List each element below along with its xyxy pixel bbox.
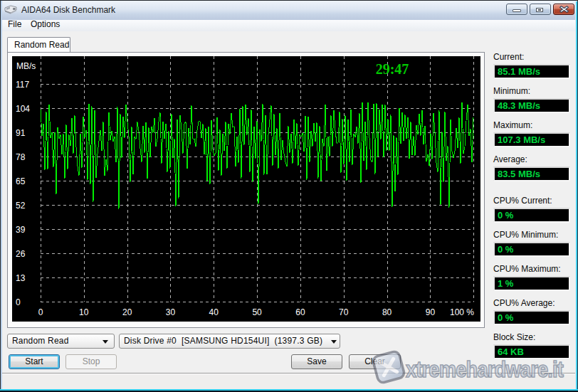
svg-text:13: 13 <box>16 273 26 283</box>
svg-text:52: 52 <box>16 201 26 211</box>
svg-text:78: 78 <box>16 152 26 162</box>
svg-text:80: 80 <box>382 307 392 317</box>
svg-text:104: 104 <box>16 104 30 114</box>
svg-text:10: 10 <box>79 307 89 317</box>
svg-text:90: 90 <box>426 307 436 317</box>
svg-text:0: 0 <box>38 307 43 317</box>
svg-text:29:47: 29:47 <box>376 61 409 77</box>
svg-text:40: 40 <box>209 307 219 317</box>
svg-text:60: 60 <box>295 307 305 317</box>
svg-text:20: 20 <box>122 307 132 317</box>
svg-text:65: 65 <box>16 176 26 186</box>
svg-text:MB/s: MB/s <box>16 61 36 71</box>
svg-text:50: 50 <box>252 307 262 317</box>
svg-text:100 %: 100 % <box>450 307 474 317</box>
svg-text:30: 30 <box>166 307 176 317</box>
svg-text:70: 70 <box>339 307 349 317</box>
svg-text:26: 26 <box>16 249 26 259</box>
svg-text:0: 0 <box>16 297 21 307</box>
svg-text:91: 91 <box>16 128 26 138</box>
svg-text:39: 39 <box>16 225 26 235</box>
svg-text:xtremehardware.it: xtremehardware.it <box>406 357 564 382</box>
svg-text:117: 117 <box>16 80 29 90</box>
